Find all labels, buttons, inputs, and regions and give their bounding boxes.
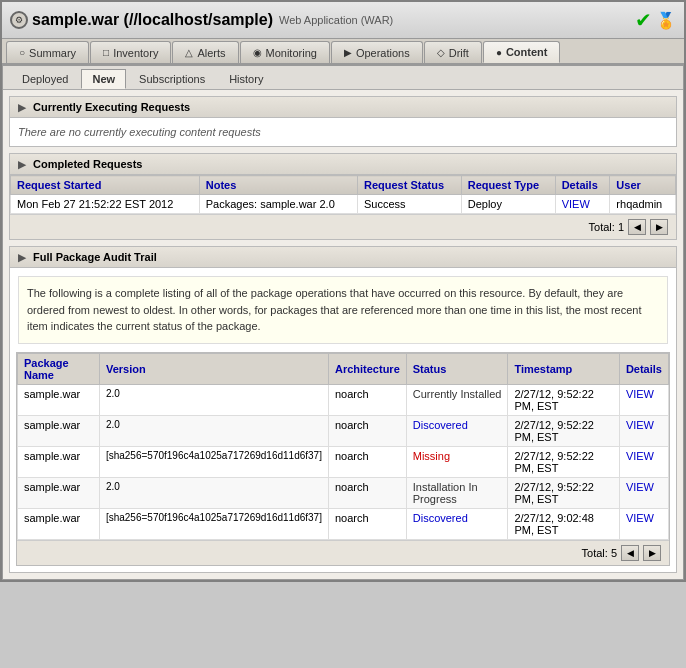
audit-cell-details[interactable]: VIEW	[619, 384, 668, 415]
completed-section: ▶ Completed Requests Request Started Not…	[9, 153, 677, 240]
main-window: ⚙ sample.war (//localhost/sample) Web Ap…	[0, 0, 686, 582]
tab-alerts-label: Alerts	[197, 47, 225, 59]
operations-tab-icon: ▶	[344, 47, 352, 58]
audit-table: Package Name Version Architecture Status…	[17, 353, 669, 540]
tab-drift-label: Drift	[449, 47, 469, 59]
tab-drift[interactable]: ◇ Drift	[424, 41, 482, 63]
audit-cell-name: sample.war	[18, 477, 100, 508]
cell-details[interactable]: VIEW	[555, 195, 610, 214]
executing-section-title: Currently Executing Requests	[33, 101, 190, 113]
completed-total: Total: 1	[589, 221, 624, 233]
tab-content[interactable]: ● Content	[483, 41, 561, 63]
audit-col-status: Status	[406, 353, 508, 384]
audit-cell-details[interactable]: VIEW	[619, 446, 668, 477]
audit-cell-version: 2.0	[99, 415, 328, 446]
sub-tab-history[interactable]: History	[218, 69, 274, 89]
audit-cell-timestamp: 2/27/12, 9:52:22 PM, EST	[508, 446, 620, 477]
audit-view-link[interactable]: VIEW	[626, 481, 654, 493]
table-row: sample.war [sha256=570f196c4a1025a717269…	[18, 508, 669, 539]
audit-cell-architecture: noarch	[328, 477, 406, 508]
audit-cell-version: 2.0	[99, 477, 328, 508]
audit-view-link[interactable]: VIEW	[626, 450, 654, 462]
col-request-started: Request Started	[11, 176, 200, 195]
completed-section-title: Completed Requests	[33, 158, 142, 170]
col-request-type: Request Type	[461, 176, 555, 195]
audit-prev-page-button[interactable]: ◀	[621, 545, 639, 561]
audit-view-link[interactable]: VIEW	[626, 388, 654, 400]
table-row: Mon Feb 27 21:52:22 EST 2012 Packages: s…	[11, 195, 676, 214]
sub-tab-new-label: New	[92, 73, 115, 85]
audit-cell-details[interactable]: VIEW	[619, 415, 668, 446]
audit-cell-name: sample.war	[18, 415, 100, 446]
tab-summary-label: Summary	[29, 47, 76, 59]
audit-cell-status: Installation In Progress	[406, 477, 508, 508]
cell-request-status: Success	[358, 195, 462, 214]
audit-next-page-button[interactable]: ▶	[643, 545, 661, 561]
audit-pagination: Total: 5 ◀ ▶	[17, 540, 669, 565]
tab-monitoring[interactable]: ◉ Monitoring	[240, 41, 330, 63]
audit-cell-details[interactable]: VIEW	[619, 477, 668, 508]
audit-col-version: Version	[99, 353, 328, 384]
summary-tab-icon: ○	[19, 47, 25, 58]
audit-cell-version: 2.0	[99, 384, 328, 415]
audit-cell-timestamp: 2/27/12, 9:02:48 PM, EST	[508, 508, 620, 539]
audit-cell-timestamp: 2/27/12, 9:52:22 PM, EST	[508, 477, 620, 508]
app-icon: ⚙	[10, 11, 28, 29]
tab-inventory-label: Inventory	[113, 47, 158, 59]
audit-section: ▶ Full Package Audit Trail The following…	[9, 246, 677, 573]
tab-operations[interactable]: ▶ Operations	[331, 41, 423, 63]
sub-tab-deployed[interactable]: Deployed	[11, 69, 79, 89]
alerts-tab-icon: △	[185, 47, 193, 58]
audit-view-link[interactable]: VIEW	[626, 419, 654, 431]
drift-tab-icon: ◇	[437, 47, 445, 58]
audit-cell-timestamp: 2/27/12, 9:52:22 PM, EST	[508, 384, 620, 415]
cell-notes: Packages: sample.war 2.0	[199, 195, 357, 214]
audit-view-link[interactable]: VIEW	[626, 512, 654, 524]
sub-tab-new[interactable]: New	[81, 69, 126, 89]
cell-request-type: Deploy	[461, 195, 555, 214]
window-subtitle: Web Application (WAR)	[279, 14, 393, 26]
next-page-button[interactable]: ▶	[650, 219, 668, 235]
col-request-status: Request Status	[358, 176, 462, 195]
content-tab-icon: ●	[496, 47, 502, 58]
audit-cell-version: [sha256=570f196c4a1025a717269d16d11d6f37…	[99, 446, 328, 477]
sub-tab-history-label: History	[229, 73, 263, 85]
tab-content-label: Content	[506, 46, 548, 58]
completed-table: Request Started Notes Request Status Req…	[10, 175, 676, 214]
cell-request-started: Mon Feb 27 21:52:22 EST 2012	[11, 195, 200, 214]
status-check-icon: ✔	[635, 8, 652, 32]
prev-page-button[interactable]: ◀	[628, 219, 646, 235]
details-link[interactable]: VIEW	[562, 198, 590, 210]
tab-operations-label: Operations	[356, 47, 410, 59]
executing-section-header: ▶ Currently Executing Requests	[10, 97, 676, 118]
completed-table-header-row: Request Started Notes Request Status Req…	[11, 176, 676, 195]
tab-alerts[interactable]: △ Alerts	[172, 41, 238, 63]
col-user: User	[610, 176, 676, 195]
nav-tabs: ○ Summary □ Inventory △ Alerts ◉ Monitor…	[2, 39, 684, 65]
audit-cell-name: sample.war	[18, 384, 100, 415]
audit-cell-status: Missing	[406, 446, 508, 477]
tab-summary[interactable]: ○ Summary	[6, 41, 89, 63]
audit-cell-status: Currently Installed	[406, 384, 508, 415]
audit-cell-details[interactable]: VIEW	[619, 508, 668, 539]
audit-col-timestamp: Timestamp	[508, 353, 620, 384]
monitoring-tab-icon: ◉	[253, 47, 262, 58]
sub-tab-subscriptions[interactable]: Subscriptions	[128, 69, 216, 89]
sub-tab-deployed-label: Deployed	[22, 73, 68, 85]
col-notes: Notes	[199, 176, 357, 195]
audit-cell-architecture: noarch	[328, 384, 406, 415]
title-bar: ⚙ sample.war (//localhost/sample) Web Ap…	[2, 2, 684, 39]
audit-cell-status: Discovered	[406, 415, 508, 446]
completed-pagination: Total: 1 ◀ ▶	[10, 214, 676, 239]
completed-section-header: ▶ Completed Requests	[10, 154, 676, 175]
completed-expand-icon: ▶	[18, 159, 26, 170]
executing-section-body: There are no currently executing content…	[10, 118, 676, 146]
executing-section: ▶ Currently Executing Requests There are…	[9, 96, 677, 147]
audit-cell-name: sample.war	[18, 508, 100, 539]
audit-section-header: ▶ Full Package Audit Trail	[10, 247, 676, 268]
tab-inventory[interactable]: □ Inventory	[90, 41, 171, 63]
audit-description: The following is a complete listing of a…	[18, 276, 668, 344]
audit-cell-architecture: noarch	[328, 508, 406, 539]
audit-cell-status: Discovered	[406, 508, 508, 539]
sub-tabs: Deployed New Subscriptions History	[3, 66, 683, 90]
